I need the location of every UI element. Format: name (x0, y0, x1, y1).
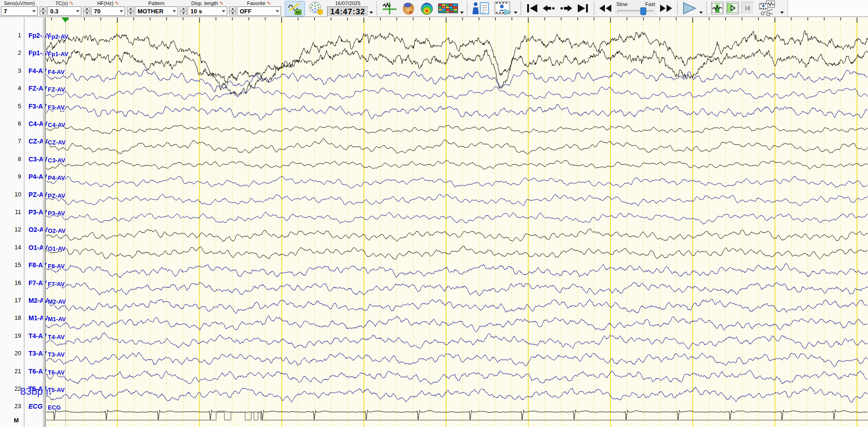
spectrogram-icon (438, 2, 458, 14)
video-review-button[interactable] (493, 1, 513, 16)
rewind-button[interactable] (598, 1, 613, 16)
channel-row[interactable]: 5F3-AV (0, 102, 43, 110)
channel-row[interactable]: 7CZ-AV (0, 137, 43, 145)
time-display: 14:47:32 (327, 6, 368, 17)
pencil-icon[interactable]: ✎ (115, 1, 119, 6)
notch-filter-button[interactable]: 50 (285, 1, 305, 17)
channel-number: 3 (0, 67, 21, 75)
slow-label: Slow (616, 1, 627, 7)
pattern-select[interactable]: MOTHER (135, 6, 178, 16)
channel-row[interactable]: 9P4-AV (0, 173, 43, 181)
separator (594, 1, 594, 15)
favorite-select[interactable]: OFF (237, 6, 281, 16)
channel-row[interactable]: 14O1-AV (0, 243, 43, 252)
display-length-select[interactable]: 10 s (188, 6, 227, 16)
arrow-up-icon (182, 8, 185, 10)
auto-review-button[interactable] (711, 2, 724, 14)
skip-to-end-button[interactable] (576, 1, 591, 16)
waveform-event-button[interactable] (381, 1, 398, 16)
spinner-up-button[interactable] (180, 6, 187, 11)
spinner-up-button[interactable] (229, 6, 236, 11)
channel-row[interactable]: 15F8-AV (0, 261, 43, 269)
channel-row[interactable]: 17M2-AV (0, 296, 43, 305)
prev-event-button[interactable] (541, 1, 557, 16)
speed-slider[interactable]: Slow Fast (615, 1, 656, 15)
channel-row[interactable]: 19T4-AV (0, 332, 43, 340)
time-dropdown-button[interactable] (369, 12, 373, 14)
spinner-down-button[interactable] (229, 11, 236, 16)
channel-row[interactable]: 12O2-AV (0, 225, 43, 234)
spinner-up-button[interactable] (83, 6, 90, 11)
patient-info-button[interactable] (471, 1, 491, 16)
skip-start-icon (525, 3, 538, 13)
montage-map-button[interactable] (307, 1, 325, 16)
chevron-down-icon (222, 10, 225, 12)
play-page-button[interactable] (726, 2, 739, 14)
pattern-group: Pattern MOTHER (135, 0, 178, 16)
separator (706, 1, 707, 15)
channel-row[interactable]: 1Fp2-AV (0, 31, 43, 40)
hf-spinner (127, 6, 134, 16)
time-cursor-marker[interactable] (62, 17, 69, 23)
chevron-down-icon (172, 10, 176, 12)
skip-to-start-button[interactable] (524, 1, 539, 16)
pencil-icon[interactable]: ✎ (267, 1, 271, 6)
tc-value: 0.3 (50, 8, 58, 15)
tc-group: TC(s)✎ 0.3 (47, 0, 81, 16)
separator (376, 1, 378, 15)
arrow-left-icon (743, 4, 753, 12)
clip-dropdown-button[interactable] (780, 12, 784, 14)
spinner-up-button[interactable] (127, 6, 134, 11)
channel-row[interactable]: 2Fp1-AV (0, 49, 43, 57)
channel-number: 21 (0, 367, 21, 375)
spinner-down-button[interactable] (127, 11, 134, 16)
channel-row[interactable]: 8C3-AV (0, 155, 43, 163)
play-dropdown-button[interactable] (699, 12, 703, 14)
patient-icon (471, 1, 490, 15)
video-clip-button[interactable] (758, 1, 779, 16)
eeg-trace-area[interactable] (46, 17, 868, 427)
spectrogram-button[interactable] (437, 1, 459, 16)
page-back-button[interactable] (742, 2, 754, 14)
brain-3d-map-button[interactable] (400, 1, 417, 16)
slider-track[interactable] (616, 7, 655, 15)
spinner-down-button[interactable] (180, 11, 187, 16)
favorite-value: OFF (240, 8, 252, 15)
topography-map-button[interactable] (419, 1, 435, 16)
channel-row[interactable]: 18M1-AV (0, 314, 43, 322)
next-event-button[interactable] (558, 1, 574, 16)
scissors-icon (761, 9, 773, 16)
spinner-down-button[interactable] (40, 11, 46, 16)
channel-row[interactable]: 21T6-AV (0, 367, 43, 375)
arrow-up-icon (129, 8, 132, 10)
rewind-icon (598, 4, 612, 13)
head-3d-icon (401, 1, 416, 15)
channel-row[interactable]: 3F4-AV (0, 67, 43, 75)
hf-select[interactable]: 70 (91, 6, 125, 16)
tc-spinner (83, 6, 90, 16)
pencil-icon[interactable]: ✎ (69, 1, 74, 6)
tc-select[interactable]: 0.3 (47, 6, 81, 16)
channel-row[interactable]: 11P3-AV (0, 208, 43, 216)
spinner-up-button[interactable] (40, 6, 46, 11)
display-mode-dropdown-button[interactable] (460, 12, 464, 14)
video-dropdown-button[interactable] (514, 12, 517, 14)
channel-number: 17 (0, 296, 21, 305)
channel-row[interactable]: 23ECG (0, 402, 43, 410)
channel-label-panel: 1Fp2-AV2Fp1-AV3F4-AV4FZ-AV5F3-AV6C4-AV7C… (0, 17, 43, 427)
arrow-up-icon (86, 8, 88, 10)
channel-row[interactable]: 16F7-AV (0, 279, 43, 287)
play-button[interactable] (681, 1, 698, 16)
channel-number: 5 (0, 102, 21, 110)
sensitivity-select[interactable]: 7 (1, 6, 38, 16)
channel-row[interactable]: 4FZ-AV (0, 84, 43, 92)
channel-number: 9 (0, 173, 21, 181)
pencil-icon[interactable]: ✎ (219, 1, 224, 6)
fast-forward-button[interactable] (658, 1, 674, 16)
spinner-down-button[interactable] (83, 11, 90, 16)
channel-row[interactable]: 20T3-AV (0, 349, 43, 358)
channel-row[interactable]: 10PZ-AV (0, 190, 43, 199)
favorite-group: Favorite✎ OFF (237, 0, 281, 16)
channel-row[interactable]: 6C4-AV (0, 120, 43, 128)
slider-handle[interactable] (640, 7, 646, 15)
